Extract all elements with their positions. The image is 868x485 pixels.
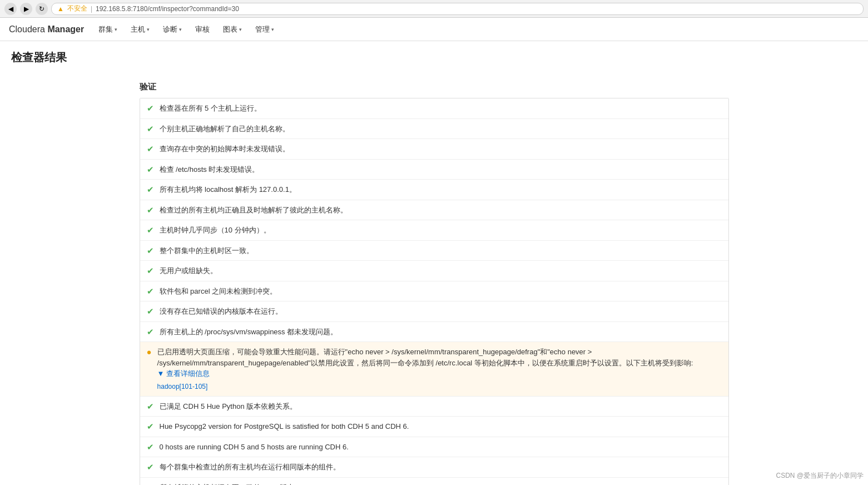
result-text: 无用户或组缺失。 [160,265,217,276]
success-icon: ✔ [147,225,154,235]
result-item: ✔所有主机均将 localhost 解析为 127.0.0.1。 [140,180,728,200]
success-icon: ✔ [147,144,154,154]
result-item: ✔整个群集中的主机时区一致。 [140,241,728,261]
url-text: 192.168.5.8:7180/cmf/inspector?commandId… [96,5,239,13]
result-item: ✔所有托管的主机都拥有不一致的 Java 版本。 [140,478,728,486]
url-separator: | [91,5,92,13]
success-icon: ✔ [147,306,154,316]
result-text: 主机时钟几乎同步（10 分钟内）。 [160,225,271,236]
result-text: 个别主机正确地解析了自己的主机名称。 [160,123,290,135]
nav-item-charts[interactable]: 图表 ▾ [217,18,247,41]
success-icon: ✔ [147,124,154,134]
browser-chrome: ◀ ▶ ↻ ▲ 不安全 | 192.168.5.8:7180/cmf/inspe… [0,0,868,18]
success-icon: ✔ [147,185,154,195]
result-text: 软件包和 parcel 之间未检测到冲突。 [160,286,277,297]
result-item: ✔所有主机上的 /proc/sys/vm/swappiness 都未发现问题。 [140,322,728,343]
success-icon: ✔ [147,462,154,472]
insecure-label: 不安全 [67,4,87,13]
result-text: 没有存在已知错误的内核版本在运行。 [160,306,282,317]
success-icon: ✔ [147,165,154,175]
result-item: ✔每个群集中检查过的所有主机均在运行相同版本的组件。 [140,457,728,478]
success-icon: ✔ [147,402,154,412]
chevron-down-icon: ▾ [239,27,242,32]
success-icon: ✔ [147,266,154,276]
chevron-down-icon: ▾ [271,27,274,32]
success-icon: ✔ [147,422,154,432]
insecure-icon: ▲ [57,5,64,13]
result-text: 每个群集中检查过的所有主机均在运行相同版本的组件。 [160,462,340,473]
result-text: 检查过的所有主机均正确且及时地解析了彼此的主机名称。 [160,205,348,216]
detail-link[interactable]: ▼ 查看详细信息 [157,369,210,378]
result-text: 0 hosts are running CDH 5 and 5 hosts ar… [160,442,349,453]
result-item: ✔个别主机正确地解析了自己的主机名称。 [140,119,728,140]
chevron-down-icon: ▾ [147,27,150,32]
result-text: 整个群集中的主机时区一致。 [160,245,254,256]
result-text: 已启用透明大页面压缩，可能会导致重大性能问题。请运行"echo never > … [157,347,722,392]
back-button[interactable]: ◀ [4,3,17,15]
result-item: ✔检查器在所有 5 个主机上运行。 [140,98,728,119]
chevron-down-icon: ▾ [179,27,182,32]
success-icon: ✔ [147,286,154,296]
result-item: ●已启用透明大页面压缩，可能会导致重大性能问题。请运行"echo never >… [140,342,728,397]
result-item: ✔软件包和 parcel 之间未检测到冲突。 [140,281,728,302]
result-item: ✔主机时钟几乎同步（10 分钟内）。 [140,220,728,241]
nav-item-audit[interactable]: 审核 [190,18,215,41]
success-icon: ✔ [147,442,154,452]
result-item: ✔Hue Psycopg2 version for PostgreSQL is … [140,417,728,437]
success-icon: ✔ [147,483,154,486]
chevron-down-icon: ▾ [115,27,117,32]
url-bar[interactable]: ▲ 不安全 | 192.168.5.8:7180/cmf/inspector?c… [51,3,864,15]
nav-item-cluster[interactable]: 群集 ▾ [93,18,123,41]
success-icon: ✔ [147,103,154,113]
result-item: ✔没有存在已知错误的内核版本在运行。 [140,301,728,322]
result-text: 所有主机上的 /proc/sys/vm/swappiness 都未发现问题。 [160,326,338,338]
watermark: CSDN @爱当厨子的小章同学 [776,471,864,481]
nav-item-diagnostics[interactable]: 诊断 ▾ [157,18,187,41]
page-title: 检查器结果 [11,50,857,65]
result-item: ✔无用户或组缺失。 [140,261,728,281]
result-text: 所有托管的主机都拥有不一致的 Java 版本。 [160,482,302,486]
hadoop-ref: hadoop[101-105] [157,382,722,392]
result-item: ✔0 hosts are running CDH 5 and 5 hosts a… [140,437,728,458]
result-text: 已满足 CDH 5 Hue Python 版本依赖关系。 [160,401,297,412]
inspector-section: 验证 ✔检查器在所有 5 个主机上运行。✔个别主机正确地解析了自己的主机名称。✔… [128,76,740,485]
brand-logo: Cloudera Manager [9,24,84,34]
result-text: 所有主机均将 localhost 解析为 127.0.0.1。 [160,184,296,195]
navbar: Cloudera Manager 群集 ▾ 主机 ▾ 诊断 ▾ 审核 图表 ▾ … [0,18,868,41]
result-list: ✔检查器在所有 5 个主机上运行。✔个别主机正确地解析了自己的主机名称。✔查询存… [140,98,729,485]
result-item: ✔已满足 CDH 5 Hue Python 版本依赖关系。 [140,397,728,417]
success-icon: ✔ [147,327,154,337]
page-content: 检查器结果 验证 ✔检查器在所有 5 个主机上运行。✔个别主机正确地解析了自己的… [0,41,868,485]
result-item: ✔检查过的所有主机均正确且及时地解析了彼此的主机名称。 [140,200,728,221]
nav-item-admin[interactable]: 管理 ▾ [250,18,280,41]
warning-icon: ● [147,347,152,357]
result-item: ✔查询存在中突的初始脚本时未发现错误。 [140,139,728,160]
result-text: 查询存在中突的初始脚本时未发现错误。 [160,143,290,155]
result-text: Hue Psycopg2 version for PostgreSQL is s… [160,421,409,432]
success-icon: ✔ [147,205,154,215]
refresh-button[interactable]: ↻ [36,3,48,15]
result-text: 检查器在所有 5 个主机上运行。 [160,103,261,114]
result-text: 检查 /etc/hosts 时未发现错误。 [160,164,260,175]
forward-button[interactable]: ▶ [20,3,32,15]
success-icon: ✔ [147,246,154,256]
section-heading: 验证 [140,82,729,92]
nav-item-hosts[interactable]: 主机 ▾ [125,18,155,41]
result-item: ✔检查 /etc/hosts 时未发现错误。 [140,160,728,180]
